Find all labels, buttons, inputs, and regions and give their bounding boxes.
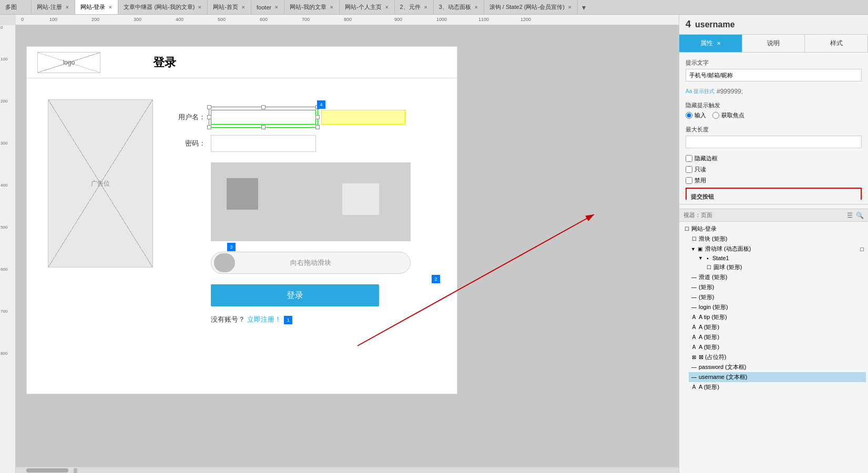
tree-item-login[interactable]: — login (矩形): [689, 302, 866, 312]
tab-label: 3、动态面板: [439, 3, 471, 11]
panel-tab-properties[interactable]: 属性 ✕: [679, 35, 742, 52]
slider-text: 向右拖动滑块: [290, 258, 331, 268]
radio-focus-item[interactable]: 获取焦点: [712, 111, 744, 119]
panel-body: 提示文字 Aa 提示挂式 #999999; 隐藏提示触发 输入: [679, 53, 868, 200]
right-panel: 4 username 属性 ✕ 说明 样式 提示文字: [679, 15, 868, 473]
panel-tab-style[interactable]: 样式: [805, 35, 868, 52]
slider-thumb[interactable]: [214, 253, 235, 272]
tab-login[interactable]: 网站-登录 ✕: [75, 0, 119, 15]
login-button-wrapper: 2 登录: [211, 284, 436, 306]
h-scrollbar-thumb[interactable]: [26, 468, 68, 472]
tree-label: 滑块 (矩形): [699, 235, 864, 243]
radio-input-item[interactable]: 输入: [686, 111, 706, 119]
tree-item-username[interactable]: — username (文本框): [689, 372, 866, 382]
panel-tab-description[interactable]: 说明: [742, 35, 805, 52]
hint-text-input[interactable]: [686, 69, 862, 81]
ruler-vertical: 0 100 200 300 400 500 600 700 800: [0, 25, 16, 473]
tree-label: A (矩形): [699, 333, 864, 341]
tree-icon: A: [691, 334, 697, 340]
tab-close-icon[interactable]: ✕: [108, 5, 113, 10]
max-length-input[interactable]: [686, 136, 862, 148]
tree-item-password[interactable]: — password (文本框): [689, 362, 866, 372]
tree-icon: A: [691, 324, 697, 330]
ruler-mark-600: 600: [260, 17, 268, 22]
handle-bm[interactable]: [261, 125, 265, 129]
hint-style-link[interactable]: Aa 提示挂式: [686, 88, 714, 95]
tab-close-icon[interactable]: ✕: [568, 5, 572, 10]
handle-bl[interactable]: [207, 125, 211, 129]
username-input[interactable]: [211, 110, 316, 125]
ruler-mark-1200: 1200: [520, 17, 531, 22]
tab-close-icon[interactable]: ✕: [65, 5, 69, 10]
tab-footer[interactable]: footer ✕: [251, 0, 284, 15]
tree-item-slider-rect[interactable]: ☐ 滑块 (矩形): [689, 234, 866, 244]
tree-icon: —: [691, 304, 697, 310]
ruler-mark-400: 400: [176, 17, 183, 22]
filter-icon[interactable]: ☰: [847, 212, 853, 219]
tree-item-a1[interactable]: A A (矩形): [689, 322, 866, 332]
password-input[interactable]: [211, 135, 316, 152]
tab-close-icon[interactable]: ✕: [274, 5, 279, 10]
tree-item-page[interactable]: ☐ 网站-登录: [681, 224, 866, 234]
hide-trigger-row: 隐藏提示触发 输入 获取焦点: [686, 101, 862, 119]
tab-elements[interactable]: 2、元件 ✕: [395, 0, 434, 15]
tree-item-state1[interactable]: ▼ ▪ State1: [696, 254, 866, 262]
tab-close-icon[interactable]: ✕: [330, 5, 334, 10]
login-button-label: 登录: [287, 290, 303, 301]
panel-tab-close-icon[interactable]: ✕: [717, 40, 721, 46]
disabled-checkbox[interactable]: [686, 177, 692, 184]
tab-label: 2、元件: [400, 3, 421, 11]
handle-mr[interactable]: [315, 115, 320, 119]
radio-input[interactable]: [686, 112, 692, 119]
tree-item-placeholder1[interactable]: ⊠ ⊠ (占位符): [689, 352, 866, 362]
panel-tab-properties-label: 属性: [700, 39, 713, 47]
tab-register[interactable]: 网站-注册 ✕: [32, 0, 75, 15]
tab-close-icon[interactable]: ✕: [241, 5, 246, 10]
tree-item-rect2[interactable]: — (矩形): [689, 292, 866, 302]
tab-dynamic[interactable]: 3、动态面板 ✕: [434, 0, 484, 15]
readonly-checkbox[interactable]: [686, 166, 692, 173]
canvas-wrapper: 0 100 200 300 400 500 600 700 800 900 10…: [0, 15, 679, 473]
hide-border-checkbox[interactable]: [686, 155, 692, 162]
tree-item-sliding-ball[interactable]: ▼ ▣ 滑动球 (动态面板) □: [689, 244, 866, 254]
tree-item-a3[interactable]: A A (矩形): [689, 342, 866, 352]
tab-close-icon[interactable]: ✕: [424, 5, 428, 10]
tree-item-tip[interactable]: A A tip (矩形): [689, 312, 866, 322]
panel-header: 4 username: [679, 15, 868, 35]
tab-home[interactable]: 网站-首页 ✕: [208, 0, 251, 15]
canvas-content: logo 登录 广告位: [16, 25, 679, 473]
register-link[interactable]: 立即注册！: [247, 315, 281, 323]
handle-tl[interactable]: [207, 105, 211, 109]
max-length-row: 最大长度: [686, 126, 862, 148]
panel-state-icon: □: [860, 246, 864, 252]
tree-item-rect1[interactable]: — (矩形): [689, 282, 866, 292]
ruler-horizontal: 0 100 200 300 400 500 600 700 800 900 10…: [16, 15, 679, 25]
panel-element-name: username: [695, 20, 735, 29]
tab-close-icon[interactable]: ✕: [474, 5, 478, 10]
password-row: 密码：: [174, 135, 436, 152]
tab-profile[interactable]: 网站-个人主页 ✕: [340, 0, 395, 15]
search-icon[interactable]: 🔍: [856, 212, 864, 219]
radio-focus[interactable]: [712, 112, 719, 119]
login-button[interactable]: 登录: [211, 284, 379, 306]
radio-row: 输入 获取焦点: [686, 111, 862, 119]
tree-item-a2[interactable]: A A (矩形): [689, 332, 866, 342]
tab-more-icon[interactable]: ▾: [578, 3, 590, 12]
login-form-area: 用户名： 4: [153, 78, 457, 394]
tab-close-icon[interactable]: ✕: [198, 5, 202, 10]
handle-tm[interactable]: [261, 105, 265, 109]
tab-member[interactable]: 滚钩 / State2 (网站-会员宣传) ✕: [484, 0, 578, 15]
h-scrollbar[interactable]: |||: [16, 467, 679, 473]
tree-item-circle[interactable]: ☐ 圆球 (矩形): [703, 262, 866, 272]
tab-article-repeater[interactable]: 文章中继器 (网站-我的文章) ✕: [118, 0, 208, 15]
username-row: 用户名： 4: [174, 110, 436, 125]
badge-4: 4: [317, 100, 325, 109]
handle-br[interactable]: [315, 125, 320, 129]
tree-icon: ☐: [691, 236, 697, 242]
tab-duotu[interactable]: 多图: [0, 0, 32, 15]
ruler-mark-300: 300: [134, 17, 141, 22]
tree-item-track[interactable]: — 滑道 (矩形): [689, 272, 866, 282]
tree-item-a4[interactable]: A A (矩形): [689, 382, 866, 390]
tab-articles[interactable]: 网站-我的文章 ✕: [284, 0, 340, 15]
tab-close-icon[interactable]: ✕: [385, 5, 389, 10]
